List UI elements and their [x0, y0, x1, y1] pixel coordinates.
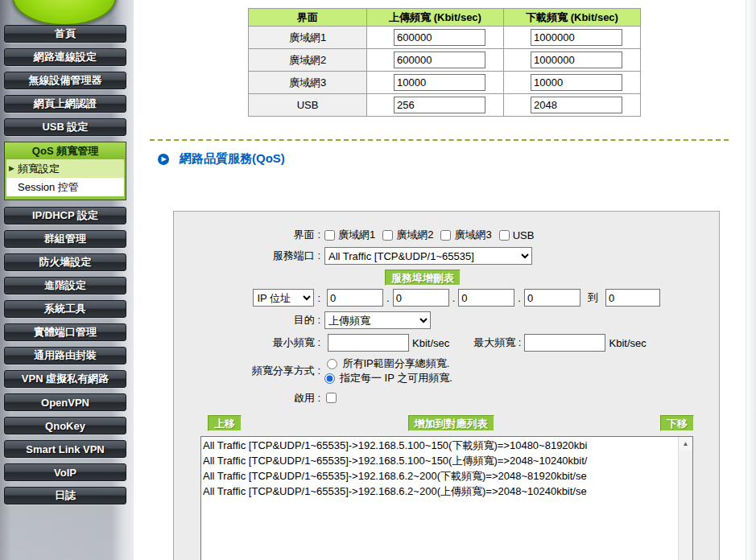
sidebar-qos-menu: QoS 頻寬管理 ▶ 頻寬設定 Session 控管: [4, 142, 126, 200]
col-header-interface: 界面: [249, 9, 367, 27]
interface-checkbox-wan2[interactable]: 廣域網2: [382, 228, 433, 242]
sidebar-subitem-bandwidth-settings[interactable]: ▶ 頻寬設定: [6, 159, 124, 178]
sidebar-item-voip[interactable]: VoIP: [4, 463, 126, 481]
qos-rule-listbox[interactable]: All Traffic [TCP&UDP/1~65535]->192.168.5…: [200, 436, 693, 560]
qos-section-heading: ▶ 網路品質服務(QoS): [158, 151, 285, 167]
add-to-list-button[interactable]: 增加到對應列表: [408, 415, 494, 431]
sidebar: 首頁 網路連線設定 無線設備管理器 網頁上網認證 USB 設定 QoS 頻寬管理…: [0, 0, 134, 560]
checkbox-label: USB: [513, 229, 535, 241]
sidebar-item-system-tools[interactable]: 系統工具: [4, 300, 126, 318]
max-bandwidth-label: 最大頻寬 :: [473, 336, 521, 350]
sidebar-item-advanced[interactable]: 進階設定: [4, 277, 126, 294]
service-port-table-button[interactable]: 服務埠增刪表: [385, 270, 461, 286]
enable-row: 啟用 :: [174, 390, 719, 406]
sidebar-item-qos-bandwidth[interactable]: QoS 頻寬管理: [5, 142, 126, 159]
interface-checkbox-wan1[interactable]: 廣域網1: [324, 228, 375, 242]
interface-row: 界面 : 廣域網1 廣域網2 廣域網3 USB: [174, 228, 719, 242]
move-up-button[interactable]: 上移: [208, 415, 242, 431]
ip-mode-select[interactable]: IP 位址: [253, 289, 314, 307]
sidebar-item-home[interactable]: 首頁: [4, 25, 126, 43]
interface-bandwidth-table: 界面 上傳頻寬 (Kbit/sec) 下載頻寬 (Kbit/sec) 廣域網1 …: [248, 8, 641, 117]
share-each-option[interactable]: 指定每一 IP 之可用頻寬.: [324, 371, 452, 385]
submenu-arrow-icon: ▶: [9, 165, 14, 172]
sidebar-item-openvpn[interactable]: OpenVPN: [4, 393, 126, 411]
sidebar-item-gre[interactable]: 通用路由封裝: [4, 347, 126, 364]
table-row: 廣域網2: [249, 49, 641, 72]
to-label: 到: [588, 290, 598, 305]
share-each-radio[interactable]: [324, 373, 335, 384]
wan1-upload-input[interactable]: [394, 29, 485, 46]
move-down-button[interactable]: 下移: [660, 415, 694, 431]
interface-checkbox-wan3[interactable]: 廣域網3: [440, 228, 491, 242]
listbox-scrollbar[interactable]: ▲: [678, 437, 692, 560]
ip-row: IP 位址 : . . . 到: [174, 289, 719, 307]
list-item[interactable]: All Traffic [TCP&UDP/1~65535]->192.168.5…: [203, 438, 676, 453]
dot-separator: .: [452, 292, 456, 304]
service-port-select[interactable]: All Traffic [TCP&UDP/1~65535]: [324, 247, 532, 265]
sidebar-item-firewall[interactable]: 防火墙設定: [4, 253, 126, 271]
sidebar-item-qnokey[interactable]: QnoKey: [4, 417, 126, 434]
table-row: 廣域網3: [249, 72, 641, 94]
direction-row: 目的 : 上傳頻寬: [174, 311, 719, 329]
interface-checkbox-usb[interactable]: USB: [499, 229, 535, 241]
max-bandwidth-input[interactable]: [524, 334, 605, 352]
table-header-row: 界面 上傳頻寬 (Kbit/sec) 下載頻寬 (Kbit/sec): [249, 9, 641, 27]
wan1-download-input[interactable]: [531, 29, 622, 46]
wan2-upload-input[interactable]: [394, 51, 485, 68]
direction-label: 目的 :: [174, 313, 320, 327]
usb-download-input[interactable]: [531, 97, 622, 113]
sidebar-item-network-connection[interactable]: 網路連線設定: [4, 48, 126, 66]
wan2-download-input[interactable]: [531, 51, 622, 68]
usb-upload-input[interactable]: [394, 97, 485, 113]
share-all-option[interactable]: 所有IP範圍分享總頻寬.: [327, 356, 449, 371]
bullet-play-icon: ▶: [158, 154, 169, 165]
checkbox-label: 廣域網1: [338, 228, 375, 242]
sidebar-item-web-auth[interactable]: 網頁上網認證: [4, 95, 126, 113]
ip-range-end-input[interactable]: [605, 289, 660, 307]
sidebar-item-usb-settings[interactable]: USB 設定: [4, 118, 126, 136]
interface-name: 廣域網3: [249, 72, 367, 94]
sidebar-item-group-management[interactable]: 群組管理: [4, 230, 126, 248]
sidebar-subitem-session-control[interactable]: Session 控管: [6, 178, 124, 196]
sidebar-item-ip-dhcp[interactable]: IP/DHCP 設定: [4, 207, 126, 224]
dot-separator: .: [386, 292, 390, 304]
wan3-upload-input[interactable]: [394, 74, 485, 91]
ip-octet2-input[interactable]: [393, 289, 449, 307]
interface-name: 廣域網1: [249, 27, 367, 49]
ip-octet3-input[interactable]: [458, 289, 514, 307]
sidebar-item-smart-link-vpn[interactable]: Smart Link VPN: [4, 440, 126, 458]
min-bandwidth-input[interactable]: [328, 334, 409, 352]
interface-label: 界面 :: [174, 228, 320, 242]
page-scrollbar[interactable]: [746, 0, 756, 560]
wan1-checkbox[interactable]: [324, 230, 335, 241]
sidebar-nav: 首頁 網路連線設定 無線設備管理器 網頁上網認證 USB 設定 QoS 頻寬管理…: [4, 25, 126, 510]
service-port-label: 服務端口 :: [174, 249, 320, 263]
share-mode-row: 頻寬分享方式 : 所有IP範圍分享總頻寬. 指定每一 IP 之可用頻寬.: [174, 356, 719, 385]
sidebar-item-log[interactable]: 日誌: [4, 487, 126, 504]
direction-select[interactable]: 上傳頻寬: [324, 311, 431, 329]
list-item[interactable]: All Traffic [TCP&UDP/1~65535]->192.168.5…: [203, 453, 676, 468]
list-item[interactable]: All Traffic [TCP&UDP/1~65535]->192.168.6…: [203, 468, 676, 484]
table-row: 廣域網1: [249, 27, 641, 49]
colon-text: :: [317, 292, 320, 304]
submenu-label: Session 控管: [18, 180, 79, 195]
service-table-row: 服務埠增刪表: [385, 270, 719, 286]
wan2-checkbox[interactable]: [382, 230, 393, 241]
wan3-download-input[interactable]: [531, 74, 622, 91]
sidebar-item-wireless-manager[interactable]: 無線設備管理器: [4, 72, 126, 89]
list-item[interactable]: All Traffic [TCP&UDP/1~65535]->192.168.6…: [203, 484, 676, 499]
sidebar-item-port-management[interactable]: 實體端口管理: [4, 323, 126, 341]
usb-checkbox[interactable]: [499, 230, 510, 241]
enable-checkbox[interactable]: [326, 393, 337, 403]
share-all-radio[interactable]: [327, 359, 337, 369]
bandwidth-row: 最小頻寬 : Kbit/sec 最大頻寬 : Kbit/sec: [174, 334, 719, 352]
ip-octet1-input[interactable]: [327, 289, 383, 307]
col-header-upload: 上傳頻寬 (Kbit/sec): [367, 9, 504, 27]
sidebar-item-vpn[interactable]: VPN 虛擬私有網路: [4, 370, 126, 388]
qos-form-panel: 界面 : 廣域網1 廣域網2 廣域網3 USB 服務端口 : All: [173, 211, 720, 560]
ip-octet4-input[interactable]: [524, 289, 580, 307]
list-actions-row: 上移 增加到對應列表 下移: [208, 415, 694, 431]
wan3-checkbox[interactable]: [440, 230, 451, 241]
checkbox-label: 廣域網2: [396, 228, 433, 242]
scroll-up-icon[interactable]: ▲: [679, 437, 692, 451]
